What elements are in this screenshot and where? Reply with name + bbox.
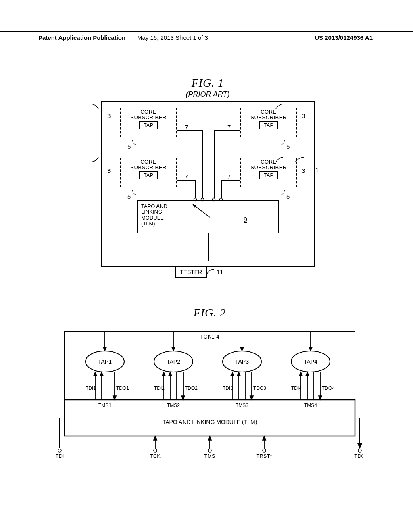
tap-label: TAP3 — [235, 358, 249, 365]
tdi-label: TDI2 — [154, 385, 165, 391]
pin-terminal-icon — [154, 449, 157, 452]
tlm-label: TAPO AND — [141, 204, 275, 209]
tlm-box: TAPO AND LINKING MODULE (TLM) — [137, 200, 279, 233]
core-subscriber-block: CORESUBSCRIBER TAP — [240, 108, 297, 137]
pin-terminal-icon — [58, 449, 61, 452]
core-label: CORESUBSCRIBER — [241, 159, 296, 170]
core-label: CORESUBSCRIBER — [241, 109, 296, 120]
tdo-label: TDO2 — [185, 385, 198, 391]
tdo-label: TDO1 — [116, 385, 129, 391]
core-label: CORESUBSCRIBER — [121, 109, 176, 120]
pin-label: TRST* — [257, 453, 272, 459]
ref-1: 1 — [315, 166, 319, 173]
core-subscriber-block: CORESUBSCRIBER TAP — [120, 108, 177, 137]
pin-terminal-icon — [208, 449, 211, 452]
tms-label: TMS2 — [167, 403, 180, 408]
pin-terminal-icon — [263, 449, 266, 452]
fig1-subtitle: (PRIOR ART) — [87, 90, 329, 99]
tlm-label: TAPO AND LINKING MODULE (TLM) — [163, 419, 257, 425]
tap-label: TAP2 — [167, 358, 180, 365]
tap-box: TAP — [259, 171, 278, 179]
fig1-outer-box: CORESUBSCRIBER TAP CORESUBSCRIBER TAP CO… — [101, 101, 315, 267]
header-left: Patent Application Publication — [38, 34, 125, 41]
header-center: May 16, 2013 Sheet 1 of 3 — [137, 34, 208, 41]
core-subscriber-block: CORESUBSCRIBER TAP — [240, 158, 297, 187]
tester-box: TESTER — [175, 266, 207, 278]
tap-label: TAP1 — [98, 358, 112, 365]
tdi-label: TDI4 — [291, 385, 302, 391]
ref-3: 3 — [107, 167, 111, 174]
ref-5: 5 — [286, 143, 290, 150]
tdi-label: TDI1 — [86, 385, 96, 391]
tdi-label: TDI3 — [223, 385, 233, 391]
pin-label: TCK — [150, 453, 161, 459]
tlm-label: MODULE — [141, 215, 275, 221]
figure-2: FIG. 2 TCK1-4 TAP1TDI1TDO1TMS1TAP2TDI2TD… — [56, 306, 363, 464]
ref-5: 5 — [127, 193, 131, 200]
pin-label: TMS — [204, 453, 215, 459]
ref-5: 5 — [286, 193, 290, 200]
pin-terminal-icon — [358, 449, 361, 452]
header-right: US 2013/0124936 A1 — [315, 34, 373, 41]
tms-label: TMS3 — [236, 403, 248, 408]
tap-box: TAP — [139, 171, 158, 179]
fig1-title: FIG. 1 — [87, 77, 329, 89]
tap-box: TAP — [259, 121, 278, 129]
tap-label: TAP4 — [304, 358, 317, 365]
tap-box: TAP — [139, 121, 158, 129]
core-label: CORESUBSCRIBER — [121, 159, 176, 170]
ref-7: 7 — [185, 173, 188, 180]
ref-3: 3 — [107, 112, 111, 119]
ref-3: 3 — [302, 112, 305, 119]
ref-5: 5 — [127, 143, 131, 150]
tms-label: TMS4 — [304, 403, 317, 408]
tms-label: TMS1 — [98, 403, 111, 408]
ref-7: 7 — [227, 173, 231, 180]
ref-7: 7 — [227, 124, 231, 131]
pin-label: TDI — [56, 453, 64, 459]
page-header: Patent Application Publication May 16, 2… — [0, 31, 413, 34]
tdo-label: TDO3 — [253, 385, 266, 391]
tck-label: TCK1-4 — [200, 333, 219, 340]
core-subscriber-block: CORESUBSCRIBER TAP — [120, 158, 177, 187]
tlm-label: (TLM) — [141, 221, 275, 227]
pin-label: TDO — [354, 453, 363, 459]
figure-1: FIG. 1 (PRIOR ART) CORESUBSCRIBER TAP CO… — [87, 77, 329, 267]
fig2-diagram: TCK1-4 TAP1TDI1TDO1TMS1TAP2TDI2TDO2TMS2T… — [56, 319, 363, 464]
tdo-label: TDO4 — [322, 385, 335, 391]
tlm-label: LINKING — [141, 209, 275, 215]
fig2-title: FIG. 2 — [56, 306, 363, 319]
ref-3: 3 — [302, 167, 305, 174]
ref-7: 7 — [185, 124, 188, 131]
